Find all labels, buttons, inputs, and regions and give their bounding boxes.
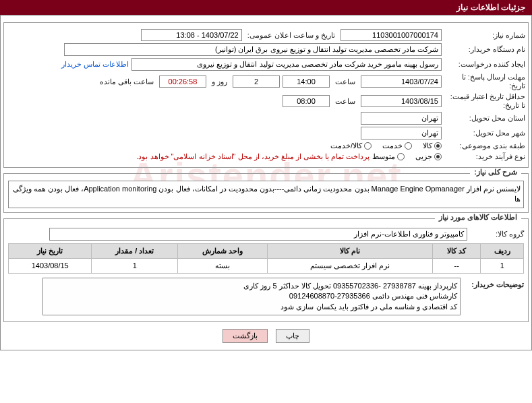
remaining-label: ساعت باقی مانده	[97, 78, 156, 86]
buyer-org-label: نام دستگاه خریدار:	[444, 45, 525, 54]
subject-class-label: طبقه بندی موضوعی:	[444, 142, 525, 150]
radio-icon	[405, 142, 412, 150]
proc-option[interactable]: متوسط	[372, 152, 405, 161]
table-header-row: ردیفکد کالانام کالاواحد شمارشتعداد / مقد…	[9, 243, 524, 258]
goods-group-value: کامپیوتر و فناوری اطلاعات-نرم افزار	[49, 228, 467, 241]
price-validity-label: حداقل تاریخ اعتبار قیمت: تا تاریخ:	[444, 92, 525, 110]
hour-label-2: ساعت	[332, 97, 358, 106]
day-and-label: روز و	[209, 78, 230, 86]
radio-label: متوسط	[372, 152, 395, 161]
back-button[interactable]: بازگشت	[223, 329, 268, 343]
requester-label: ایجاد کننده درخواست:	[444, 60, 525, 69]
buyer-org-value: شرکت مادر تخصصی مدیریت تولید انتقال و تو…	[64, 43, 442, 56]
purchase-proc-radios: جزییمتوسط	[372, 152, 442, 161]
table-cell: 1	[92, 258, 177, 273]
main-fields-panel: شماره نیاز: 1103001007000174 تاریخ و ساع…	[3, 22, 529, 168]
subject-option[interactable]: کالا	[423, 142, 442, 150]
need-no-value: 1103001007000174	[341, 29, 442, 41]
valid-date-value: 1403/08/15	[361, 95, 442, 107]
radio-label: کالا	[423, 142, 432, 150]
print-button[interactable]: چاپ	[276, 329, 309, 343]
radio-icon	[434, 153, 442, 160]
items-legend: اطلاعات کالاهای مورد نیاز	[435, 213, 521, 222]
need-no-label: شماره نیاز:	[444, 31, 525, 40]
buyer-notes-text: کارپرداز بهینه 27938787 -09355702336 تحو…	[42, 278, 461, 315]
reply-date-value: 1403/07/24	[361, 75, 442, 88]
table-cell: 1	[481, 258, 524, 273]
need-desc-legend: شرح کلی نیاز:	[470, 168, 521, 177]
announce-dt-label: تاریخ و ساعت اعلان عمومی:	[245, 31, 338, 40]
purchase-proc-label: نوع فرآیند خرید:	[444, 152, 525, 161]
goods-group-label: گروه کالا:	[470, 230, 524, 239]
radio-label: خدمت	[382, 142, 403, 150]
need-desc-text: لایسنس نرم افزار Manage Engine Opmanager…	[8, 181, 524, 208]
radio-label: کالا/خدمت	[330, 142, 362, 150]
radio-icon	[364, 142, 372, 150]
items-fieldset: اطلاعات کالاهای مورد نیاز گروه کالا: کام…	[3, 218, 529, 322]
delivery-city-label: شهر محل تحویل:	[444, 129, 525, 137]
table-header-cell: تاریخ نیاز	[9, 243, 92, 258]
reply-time-value: 14:00	[283, 75, 330, 88]
announce-dt-value: 1403/07/22 - 13:08	[141, 29, 242, 41]
table-header-cell: کد کالا	[433, 243, 481, 258]
subject-option[interactable]: کالا/خدمت	[330, 142, 372, 150]
page-title: جزئیات اطلاعات نیاز	[0, 0, 532, 15]
requester-value: رسول بهینه مامور خرید شرکت مادر تخصصی مد…	[131, 58, 442, 71]
reply-deadline-label: مهلت ارسال پاسخ: تا تاریخ:	[444, 73, 525, 90]
table-header-cell: ردیف	[481, 243, 524, 258]
remain-days-value: 2	[233, 75, 280, 88]
table-header-cell: تعداد / مقدار	[92, 243, 177, 258]
table-header-cell: واحد شمارش	[177, 243, 267, 258]
radio-label: جزیی	[415, 152, 432, 161]
table-cell: --	[433, 258, 481, 273]
radio-icon	[397, 153, 405, 160]
button-row: چاپ بازگشت	[3, 329, 529, 343]
hour-label-1: ساعت	[332, 78, 358, 86]
proc-note: پرداخت تمام یا بخشی از مبلغ خرید، از محل…	[136, 152, 370, 161]
need-desc-fieldset: شرح کلی نیاز: لایسنس نرم افزار Manage En…	[3, 173, 529, 213]
radio-icon	[434, 142, 442, 150]
items-table: ردیفکد کالانام کالاواحد شمارشتعداد / مقد…	[8, 243, 524, 274]
delivery-prov-label: استان محل تحویل:	[444, 114, 525, 123]
form-panel: شماره نیاز: 1103001007000174 تاریخ و ساع…	[0, 15, 532, 350]
delivery-city-value: تهران	[361, 127, 442, 140]
buyer-notes-label: توضیحات خریدار:	[463, 278, 524, 289]
delivery-prov-value: تهران	[361, 112, 442, 125]
proc-option[interactable]: جزیی	[415, 152, 442, 161]
remain-time-value: 00:26:58	[159, 75, 206, 88]
table-cell: 1403/08/15	[9, 258, 92, 273]
table-header-cell: نام کالا	[268, 243, 433, 258]
subject-option[interactable]: خدمت	[382, 142, 412, 150]
table-cell: بسته	[177, 258, 267, 273]
buyer-contact-link[interactable]: اطلاعات تماس خریدار	[61, 60, 129, 69]
valid-time-value: 08:00	[283, 95, 330, 107]
table-row: 1--نرم افزار تخصصی سیستمبسته11403/08/15	[9, 258, 524, 273]
subject-class-radios: کالاخدمتکالا/خدمت	[330, 142, 442, 150]
table-cell: نرم افزار تخصصی سیستم	[268, 258, 433, 273]
